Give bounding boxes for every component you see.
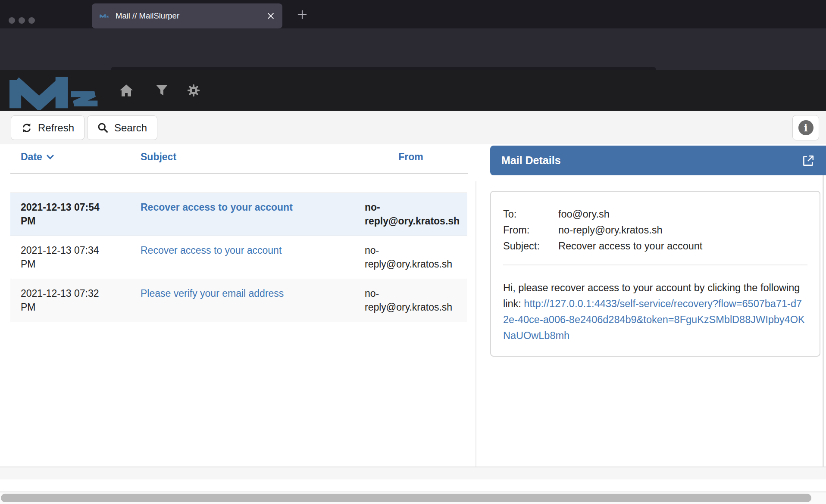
browser-navbar: 127.0.0.1:4436/# 90% (0, 28, 826, 70)
from-label: From: (503, 222, 558, 238)
subject-label: Subject: (503, 238, 558, 254)
page-background-strip (0, 467, 826, 479)
sort-chevron-down-icon (46, 154, 54, 160)
right-edge-divider (823, 174, 824, 467)
mail-toolbar: Refresh Search i (0, 111, 826, 144)
tab-bar: Mail // MailSlurper (0, 0, 826, 28)
refresh-icon (21, 122, 32, 134)
mail-list: 2021-12-13 07:54 PM Recover access to yo… (10, 193, 467, 322)
mail-row[interactable]: 2021-12-13 07:32 PM Please verify your e… (10, 279, 467, 322)
mail-subject-link[interactable]: Please verify your email address (141, 288, 284, 299)
search-icon (97, 122, 109, 134)
plus-icon (297, 9, 308, 20)
to-value: foo@ory.sh (558, 206, 807, 222)
search-button[interactable]: Search (87, 115, 157, 140)
mail-date: 2021-12-13 07:54 PM (10, 200, 130, 228)
mailslurper-favicon-icon (100, 11, 109, 21)
open-external-icon[interactable] (802, 154, 815, 167)
window-dot-icon (19, 17, 25, 24)
mail-from: no-reply@ory.kratos.sh (354, 200, 467, 228)
settings-gear-icon[interactable] (187, 84, 200, 97)
new-tab-button[interactable] (295, 7, 310, 22)
mail-details-header: Mail Details (490, 146, 826, 175)
mail-details-card: To: foo@ory.sh From: no-reply@ory.kratos… (490, 191, 820, 357)
detail-subject-row: Subject: Recover access to your account (503, 238, 807, 254)
mail-row[interactable]: 2021-12-13 07:34 PM Recover access to yo… (10, 236, 467, 279)
tab-title: Mail // MailSlurper (116, 11, 179, 21)
subject-column-label: Subject (141, 151, 176, 162)
mailslurper-header (0, 70, 826, 111)
column-header-from[interactable]: From (354, 151, 467, 163)
mail-subject: Recover access to your account (130, 243, 354, 271)
panel-divider (476, 181, 476, 467)
mail-subject-link[interactable]: Recover access to your account (141, 245, 282, 256)
search-button-label: Search (114, 122, 147, 134)
header-divider (10, 173, 468, 174)
home-icon[interactable] (120, 84, 133, 97)
mail-list-header: Date Subject From (10, 151, 467, 163)
info-button[interactable]: i (792, 115, 819, 140)
filter-funnel-icon[interactable] (156, 85, 168, 96)
card-divider (503, 264, 807, 265)
scrollbar-thumb[interactable] (1, 494, 811, 502)
mail-row-selected[interactable]: 2021-12-13 07:54 PM Recover access to yo… (10, 193, 467, 236)
refresh-button-label: Refresh (38, 122, 74, 134)
detail-from-row: From: no-reply@ory.kratos.sh (503, 222, 807, 238)
horizontal-scrollbar[interactable] (0, 492, 826, 504)
tab-close-icon[interactable] (267, 12, 275, 20)
mail-from: no-reply@ory.kratos.sh (354, 243, 467, 271)
mail-subject-link[interactable]: Recover access to your account (141, 202, 293, 213)
to-label: To: (503, 206, 558, 222)
mail-details-title: Mail Details (501, 154, 561, 167)
mail-subject: Please verify your email address (130, 286, 354, 314)
mail-subject: Recover access to your account (130, 200, 354, 228)
browser-window: Mail // MailSlurper (0, 0, 826, 504)
from-column-label: From (398, 151, 423, 162)
mail-date: 2021-12-13 07:32 PM (10, 286, 130, 314)
date-column-label: Date (21, 151, 42, 163)
mail-from: no-reply@ory.kratos.sh (354, 286, 467, 314)
status-strip (0, 479, 826, 492)
info-icon: i (798, 120, 813, 135)
column-header-subject[interactable]: Subject (130, 151, 354, 163)
mail-body: Hi, please recover access to your accoun… (503, 280, 807, 344)
column-header-date[interactable]: Date (10, 151, 130, 163)
window-dot-icon (28, 17, 35, 24)
window-dot-icon (9, 17, 15, 24)
browser-tab-mailslurper[interactable]: Mail // MailSlurper (92, 3, 282, 28)
subject-value: Recover access to your account (558, 238, 807, 254)
detail-to-row: To: foo@ory.sh (503, 206, 807, 222)
refresh-button[interactable]: Refresh (11, 115, 84, 140)
main-content: Date Subject From 2021-12-13 07:54 PM Re… (0, 144, 826, 467)
mail-date: 2021-12-13 07:34 PM (10, 243, 130, 271)
window-controls[interactable] (9, 17, 35, 24)
mailslurper-logo (9, 75, 99, 110)
recovery-link[interactable]: http://127.0.0.1:4433/self-service/recov… (503, 298, 805, 341)
from-value: no-reply@ory.kratos.sh (558, 222, 807, 238)
